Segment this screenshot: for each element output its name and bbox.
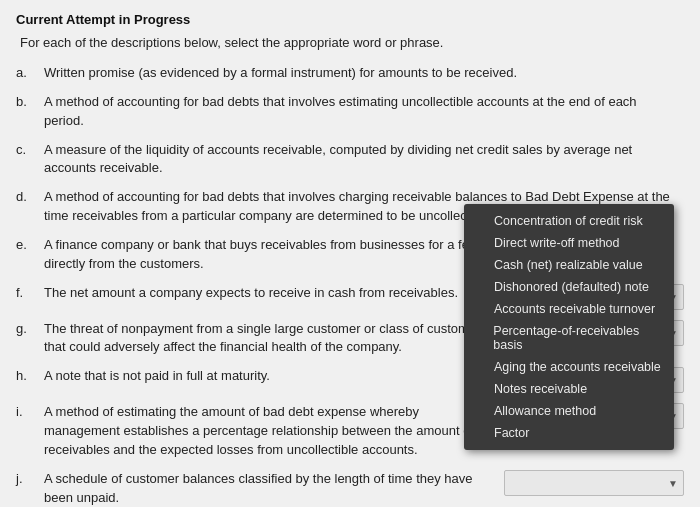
menu-item-percentage-receivables[interactable]: Percentage-of-receivables basis bbox=[464, 320, 674, 356]
menu-item-aging[interactable]: Aging the accounts receivable bbox=[464, 356, 674, 378]
attempt-header: Current Attempt in Progress bbox=[16, 12, 684, 27]
question-label-i: i. bbox=[16, 403, 44, 419]
menu-item-ar-turnover[interactable]: Accounts receivable turnover bbox=[464, 298, 674, 320]
menu-item-allowance[interactable]: Allowance method bbox=[464, 400, 674, 422]
menu-item-percentage-receivables-label: Percentage-of-receivables basis bbox=[493, 324, 662, 352]
question-label-j: j. bbox=[16, 470, 44, 486]
menu-item-factor-label: Factor bbox=[494, 426, 529, 440]
question-label-h: h. bbox=[16, 367, 44, 383]
menu-item-dishonored-label: Dishonored (defaulted) note bbox=[494, 280, 649, 294]
question-text-f: The net amount a company expects to rece… bbox=[44, 284, 504, 303]
page-container: Current Attempt in Progress For each of … bbox=[0, 0, 700, 507]
menu-item-concentration-label: Concentration of credit risk bbox=[494, 214, 643, 228]
menu-item-notes-receivable[interactable]: Notes receivable bbox=[464, 378, 674, 400]
question-text-j: A schedule of customer balances classifi… bbox=[44, 470, 504, 507]
question-text-c: A measure of the liquidity of accounts r… bbox=[44, 141, 684, 179]
menu-item-direct-writeoff-label: Direct write-off method bbox=[494, 236, 620, 250]
dropdown-menu[interactable]: Concentration of credit risk Direct writ… bbox=[464, 204, 674, 450]
question-label-g: g. bbox=[16, 320, 44, 336]
menu-item-factor[interactable]: Factor bbox=[464, 422, 674, 444]
question-row-a: a. Written promise (as evidenced by a fo… bbox=[16, 64, 684, 83]
menu-item-allowance-label: Allowance method bbox=[494, 404, 596, 418]
question-label-a: a. bbox=[16, 64, 44, 80]
question-label-b: b. bbox=[16, 93, 44, 109]
menu-item-ar-turnover-label: Accounts receivable turnover bbox=[494, 302, 655, 316]
menu-item-aging-label: Aging the accounts receivable bbox=[494, 360, 661, 374]
question-text-i: A method of estimating the amount of bad… bbox=[44, 403, 504, 460]
menu-item-dishonored[interactable]: Dishonored (defaulted) note bbox=[464, 276, 674, 298]
question-row-c: c. A measure of the liquidity of account… bbox=[16, 141, 684, 179]
questions-area: a. Written promise (as evidenced by a fo… bbox=[16, 64, 684, 507]
dropdown-j-select[interactable] bbox=[504, 470, 684, 496]
dropdown-j-container: ▼ bbox=[504, 470, 684, 496]
question-text-a: Written promise (as evidenced by a forma… bbox=[44, 64, 684, 83]
question-label-c: c. bbox=[16, 141, 44, 157]
menu-item-cash-realizable[interactable]: Cash (net) realizable value bbox=[464, 254, 674, 276]
question-text-g: The threat of nonpayment from a single l… bbox=[44, 320, 504, 358]
question-label-e: e. bbox=[16, 236, 44, 252]
question-row-b: b. A method of accounting for bad debts … bbox=[16, 93, 684, 131]
menu-item-notes-receivable-label: Notes receivable bbox=[494, 382, 587, 396]
question-text-h: A note that is not paid in full at matur… bbox=[44, 367, 504, 386]
instructions-text: For each of the descriptions below, sele… bbox=[16, 35, 684, 50]
question-label-d: d. bbox=[16, 188, 44, 204]
menu-item-concentration[interactable]: Concentration of credit risk bbox=[464, 210, 674, 232]
question-row-j: j. A schedule of customer balances class… bbox=[16, 470, 684, 507]
menu-item-cash-realizable-label: Cash (net) realizable value bbox=[494, 258, 643, 272]
menu-item-direct-writeoff[interactable]: Direct write-off method bbox=[464, 232, 674, 254]
question-text-b: A method of accounting for bad debts tha… bbox=[44, 93, 684, 131]
question-label-f: f. bbox=[16, 284, 44, 300]
